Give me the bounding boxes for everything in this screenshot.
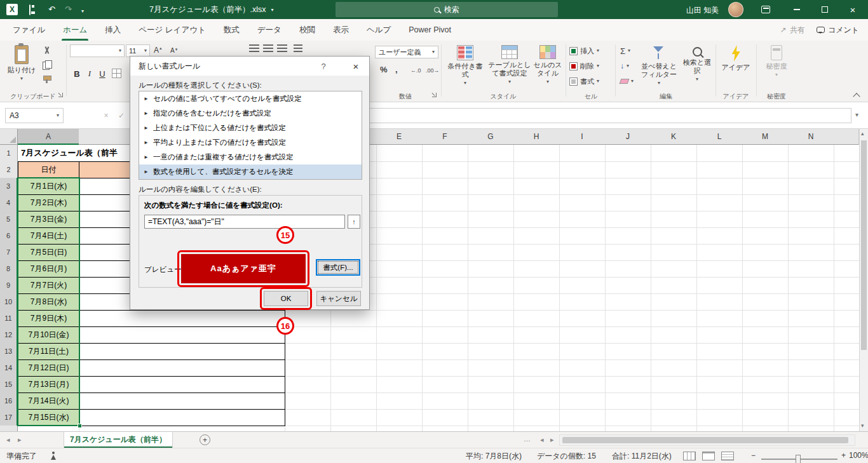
close-button[interactable]: × <box>839 0 867 19</box>
autosum-button[interactable]: Σ ▾ <box>620 44 630 57</box>
date-cell-A8[interactable]: 7月6日(月) <box>18 260 79 278</box>
paste-button[interactable]: 貼り付け ▾ <box>5 43 38 81</box>
increase-font-button[interactable]: A ▴ <box>154 46 162 55</box>
ribbon-tab-ヘルプ[interactable]: ヘルプ <box>358 19 400 41</box>
date-cell-A12[interactable]: 7月10日(金) <box>18 326 79 344</box>
cell-B16[interactable] <box>79 393 285 410</box>
format-button[interactable]: 書式(F)... <box>316 259 360 276</box>
rule-type-option[interactable]: ►一意の値または重複する値だけを書式設定 <box>139 150 362 164</box>
column-header-M[interactable]: M <box>742 129 789 145</box>
date-cell-A9[interactable]: 7月7日(火) <box>18 277 79 294</box>
column-header-I[interactable]: I <box>559 129 606 145</box>
vertical-scrollbar-thumb[interactable] <box>861 140 867 350</box>
rule-formula-input[interactable]: =TEXT(A3,"aaa")="日" <box>144 215 345 229</box>
ok-button[interactable]: OK <box>264 291 308 306</box>
date-cell-A7[interactable]: 7月5日(日) <box>18 244 79 261</box>
new-sheet-button[interactable]: + <box>200 434 210 445</box>
share-button[interactable]: ↗ 共有 <box>780 25 805 36</box>
rule-type-option[interactable]: ►指定の値を含むセルだけを書式設定 <box>139 106 362 121</box>
borders-button[interactable] <box>112 69 121 78</box>
row-header-12[interactable]: 12 <box>0 326 18 344</box>
align-top-button[interactable] <box>249 44 259 52</box>
clipboard-dialog-launcher[interactable] <box>57 91 64 98</box>
save-button[interactable] <box>29 6 31 15</box>
cell-B11[interactable] <box>79 310 285 327</box>
font-name-select[interactable]: ▾ <box>70 44 125 57</box>
font-size-select[interactable]: 11 ▾ <box>126 44 150 57</box>
row-header-13[interactable]: 13 <box>0 343 18 360</box>
date-cell-A5[interactable]: 7月3日(金) <box>18 211 79 228</box>
conditional-formatting-button[interactable]: 条件付き書式 ▾ <box>445 43 485 86</box>
column-header-N[interactable]: N <box>788 129 834 145</box>
cell-B15[interactable] <box>79 376 285 393</box>
row-header-17[interactable]: 17 <box>0 409 18 426</box>
date-cell-A6[interactable]: 7月4日(土) <box>18 227 79 245</box>
fill-handle[interactable] <box>78 424 82 428</box>
align-middle-button[interactable] <box>263 44 273 52</box>
column-header-H[interactable]: H <box>513 129 560 145</box>
ribbon-tab-ファイル[interactable]: ファイル <box>4 19 54 41</box>
decrease-decimal-button[interactable]: .00→ <box>426 67 440 74</box>
qat-customize-caret-icon[interactable]: ▾ <box>81 7 84 16</box>
bold-button[interactable]: B <box>71 67 83 80</box>
column-header-E[interactable]: E <box>376 129 423 145</box>
document-title[interactable]: 7月スケジュール表（前半）.xlsx ▾ <box>149 0 273 19</box>
ideas-button[interactable]: アイデア <box>719 43 752 72</box>
clear-button[interactable]: ▾ <box>620 75 634 88</box>
cell-A2[interactable]: 日付 <box>18 161 79 178</box>
ribbon-tab-表示[interactable]: 表示 <box>324 19 358 41</box>
insert-cells-button[interactable]: 挿入 ▾ <box>569 44 599 57</box>
zoom-slider-handle[interactable] <box>796 455 801 463</box>
cell-B14[interactable] <box>79 359 285 377</box>
increase-decimal-button[interactable]: ←.0 <box>410 67 421 74</box>
accessibility-icon[interactable] <box>50 452 57 460</box>
align-bottom-button[interactable] <box>277 44 287 52</box>
row-header-10[interactable]: 10 <box>0 293 18 311</box>
maximize-button[interactable] <box>811 0 839 19</box>
user-avatar[interactable] <box>728 2 743 17</box>
date-cell-A14[interactable]: 7月12日(日) <box>18 359 79 377</box>
cell-B12[interactable] <box>79 326 285 344</box>
date-cell-A11[interactable]: 7月9日(木) <box>18 310 79 327</box>
rule-type-option[interactable]: ►数式を使用して、書式設定するセルを決定 <box>139 164 362 179</box>
column-header-A[interactable]: A <box>18 129 79 145</box>
row-header-11[interactable]: 11 <box>0 310 18 327</box>
date-cell-A16[interactable]: 7月14日(火) <box>18 393 79 410</box>
collapse-ribbon-button[interactable] <box>853 93 860 100</box>
ribbon-display-options-icon[interactable] <box>761 6 770 13</box>
format-painter-button[interactable] <box>42 74 52 84</box>
horizontal-scrollbar-thumb[interactable] <box>562 437 848 443</box>
copy-button[interactable] <box>42 60 52 70</box>
ribbon-tab-挿入[interactable]: 挿入 <box>96 19 130 41</box>
date-cell-A13[interactable]: 7月11日(土) <box>18 343 79 360</box>
row-header-15[interactable]: 15 <box>0 376 18 393</box>
normal-view-button[interactable] <box>683 452 696 460</box>
comma-style-button[interactable]: , <box>395 65 398 74</box>
find-select-button[interactable]: 検索と選択 ▾ <box>681 43 713 82</box>
row-header-6[interactable]: 6 <box>0 227 18 245</box>
cell-B17[interactable] <box>79 409 285 426</box>
row-header-7[interactable]: 7 <box>0 244 18 261</box>
fill-button[interactable]: ↓ ▾ <box>620 60 629 72</box>
user-name[interactable]: 山田 知美 <box>686 5 719 16</box>
row-header-16[interactable]: 16 <box>0 393 18 410</box>
dialog-close-button[interactable]: × <box>342 57 369 76</box>
percent-style-button[interactable]: % <box>380 65 388 74</box>
page-layout-view-button[interactable] <box>702 452 715 460</box>
row-header-14[interactable]: 14 <box>0 359 18 377</box>
column-header-F[interactable]: F <box>422 129 468 145</box>
ribbon-tab-ホーム[interactable]: ホーム <box>54 19 96 41</box>
page-break-view-button[interactable] <box>721 452 734 460</box>
column-header-G[interactable]: G <box>468 129 514 145</box>
sort-filter-button[interactable]: 並べ替えとフィルター ▾ <box>639 43 679 86</box>
ribbon-tab-Power Pivot[interactable]: Power Pivot <box>400 19 460 41</box>
row-header-5[interactable]: 5 <box>0 211 18 228</box>
undo-button[interactable]: ↶ <box>48 5 55 14</box>
ribbon-tab-校閲[interactable]: 校閲 <box>290 19 324 41</box>
expand-formula-bar-icon[interactable]: ▾ <box>855 111 858 118</box>
format-as-table-button[interactable]: テーブルとして書式設定 ▾ <box>488 43 531 84</box>
ribbon-tab-数式[interactable]: 数式 <box>215 19 248 41</box>
cell-styles-button[interactable]: セルのスタイル ▾ <box>532 43 563 84</box>
date-cell-A3[interactable]: 7月1日(水) <box>18 178 79 195</box>
ribbon-tab-データ[interactable]: データ <box>248 19 290 41</box>
